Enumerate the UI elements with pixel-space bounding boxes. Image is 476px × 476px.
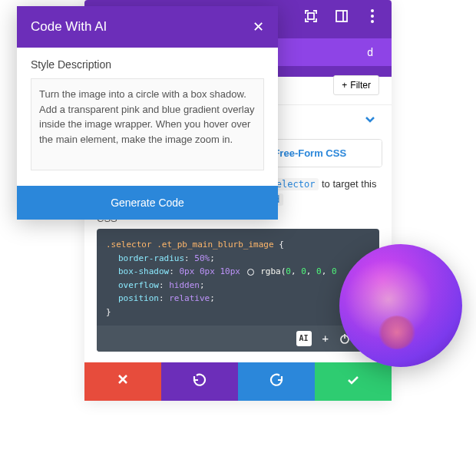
confirm-button[interactable] [315,362,392,401]
code-token: 0 [316,266,322,276]
preview-circle-image [339,244,462,367]
code-toolbar: AI + [97,326,379,352]
code-token: .selector .et_pb_main_blurb_image [106,240,274,250]
ai-badge-label: AI [296,331,312,346]
action-bar [84,362,392,401]
layout-icon[interactable] [335,9,349,23]
code-token: box-shadow [118,266,169,276]
code-token: 0px [200,266,215,276]
add-icon[interactable]: + [322,330,329,347]
code-token: { [274,240,284,250]
code-token: position [118,293,159,303]
ai-modal-header: Code With AI ✕ [17,6,278,48]
code-token: hidden [169,280,200,290]
color-swatch-icon [247,269,254,276]
code-token: 50% [194,253,210,263]
code-token: 0 [301,266,306,276]
redo-button[interactable] [238,362,315,401]
code-token: } [106,307,111,317]
plus-icon: + [342,80,347,91]
ai-modal-body: Style Description [17,48,278,186]
code-editor[interactable]: .selector .et_pb_main_blurb_image { bord… [97,229,379,352]
code-token: 0 [332,266,337,276]
svg-rect-1 [336,11,347,21]
code-token: 10px [220,266,240,276]
menu-icon[interactable] [365,9,379,23]
ai-button[interactable]: AI [296,331,312,346]
expand-icon[interactable] [304,9,318,23]
code-token: relative [169,293,210,303]
code-token: overflow [118,280,159,290]
code-token: border-radius [118,253,184,263]
code-token: 0px [179,266,194,276]
filter-button[interactable]: + Filter [333,75,379,95]
code-token: rgba [260,266,281,276]
style-description-label: Style Description [31,58,264,71]
ai-modal: Code With AI ✕ Style Description Generat… [17,6,278,220]
close-icon[interactable]: ✕ [253,18,264,35]
style-description-input[interactable] [31,78,264,170]
code-token: 0 [286,266,291,276]
generate-code-button[interactable]: Generate Code [17,186,278,220]
chevron-down-icon[interactable] [364,113,376,128]
cancel-button[interactable] [84,362,161,401]
undo-button[interactable] [161,362,238,401]
sub-header-letter: d [367,46,379,58]
ai-modal-title: Code With AI [31,19,107,35]
svg-rect-0 [308,13,314,19]
filter-label: Filter [350,80,371,91]
